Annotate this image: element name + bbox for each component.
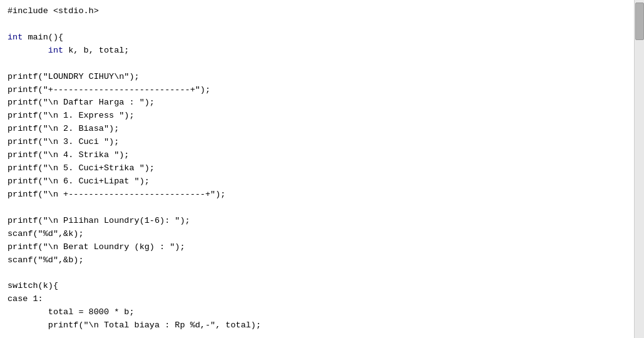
code-line-17: printf("\n Pilihan Loundry(1-6): "); (8, 216, 190, 225)
code-line-6: printf("LOUNDRY CIHUY\n"); (8, 72, 140, 81)
code-line-11: printf("\n 3. Cuci "); (8, 137, 119, 146)
scrollbar[interactable] (634, 0, 644, 338)
code-line-13: printf("\n 5. Cuci+Strika "); (8, 163, 155, 173)
code-line-4: int k, b, total; (8, 46, 129, 55)
code-line-14: printf("\n 6. Cuci+Lipat "); (8, 177, 150, 186)
code-line-12: printf("\n 4. Strika "); (8, 150, 129, 160)
code-line-18: scanf("%d",&k); (8, 229, 84, 238)
code-line-1: #include <stdio.h> (8, 6, 99, 16)
code-area[interactable]: #include <stdio.h> int main(){ int k, b,… (0, 0, 634, 338)
code-line-10: printf("\n 2. Biasa"); (8, 124, 119, 133)
code-line-3: int main(){ (8, 33, 63, 42)
code-content: #include <stdio.h> int main(){ int k, b,… (0, 0, 634, 338)
code-line-9: printf("\n 1. Express "); (8, 111, 135, 120)
code-line-23: case 1: (8, 294, 43, 304)
code-line-19: printf("\n Berat Loundry (kg) : "); (8, 242, 185, 252)
scrollbar-thumb[interactable] (635, 3, 644, 40)
code-line-25: printf("\n Total biaya : Rp %d,-", total… (8, 320, 261, 330)
code-line-7: printf("+---------------------------+"); (8, 85, 210, 95)
code-line-15: printf("\n +---------------------------+… (8, 190, 225, 199)
code-line-8: printf("\n Daftar Harga : "); (8, 98, 155, 107)
code-line-20: scanf("%d",&b); (8, 255, 84, 265)
code-line-24: total = 8000 * b; (8, 307, 135, 317)
editor-container: #include <stdio.h> int main(){ int k, b,… (0, 0, 644, 338)
code-line-22: switch(k){ (8, 281, 58, 290)
